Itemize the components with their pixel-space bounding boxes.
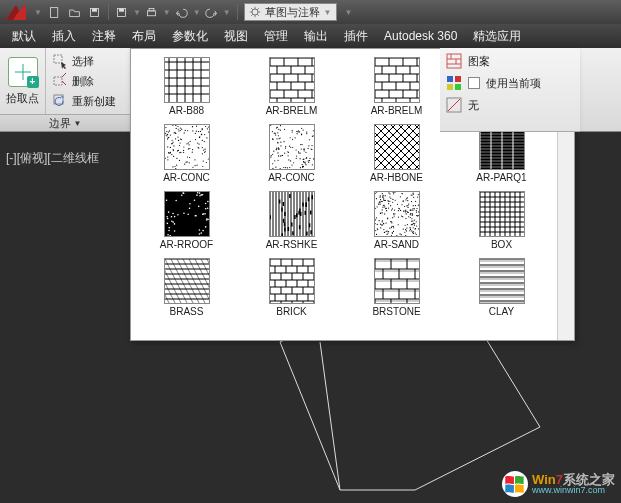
svg-point-579 bbox=[384, 213, 385, 214]
svg-point-175 bbox=[187, 148, 188, 149]
hatch-swatch-box[interactable]: BOX bbox=[450, 189, 553, 252]
workspace-selector[interactable]: 草图与注释 ▼ bbox=[244, 3, 337, 21]
svg-point-626 bbox=[375, 230, 376, 231]
svg-point-200 bbox=[173, 156, 174, 157]
menu-1[interactable]: 插入 bbox=[44, 24, 84, 48]
svg-point-290 bbox=[299, 167, 300, 168]
hatch-swatch-clay[interactable]: CLAY bbox=[450, 256, 553, 319]
hatch-swatch-ar-rshke[interactable]: AR-RSHKE bbox=[240, 189, 343, 252]
swatch-preview bbox=[374, 191, 420, 237]
none-button[interactable]: 无 bbox=[446, 97, 574, 113]
svg-point-605 bbox=[383, 229, 384, 230]
svg-point-648 bbox=[396, 204, 397, 205]
hatch-swatch-ar-conc[interactable]: AR-CONC bbox=[240, 122, 343, 185]
watermark-logo-icon bbox=[502, 471, 528, 497]
svg-point-430 bbox=[172, 221, 174, 223]
svg-point-609 bbox=[379, 201, 380, 202]
hatch-swatch-ar-b88[interactable]: AR-B88 bbox=[135, 55, 238, 118]
svg-point-317 bbox=[308, 145, 309, 146]
saveas-icon[interactable] bbox=[113, 3, 131, 21]
svg-point-276 bbox=[272, 168, 273, 169]
svg-point-226 bbox=[177, 126, 178, 127]
new-icon[interactable] bbox=[46, 3, 64, 21]
boundary-panel-title[interactable]: 边界▼ bbox=[0, 114, 130, 131]
qat-more-chevron-icon[interactable]: ▼ bbox=[345, 8, 353, 17]
svg-point-197 bbox=[208, 132, 209, 133]
svg-rect-11 bbox=[54, 77, 62, 85]
svg-point-570 bbox=[375, 198, 376, 199]
saveas-chevron-icon[interactable]: ▼ bbox=[133, 8, 141, 17]
svg-point-557 bbox=[389, 193, 390, 194]
svg-point-523 bbox=[410, 213, 411, 214]
undo-icon[interactable] bbox=[173, 3, 191, 21]
svg-rect-10 bbox=[54, 55, 62, 63]
menu-10[interactable]: 精选应用 bbox=[465, 24, 529, 48]
svg-point-330 bbox=[278, 149, 279, 150]
menu-6[interactable]: 管理 bbox=[256, 24, 296, 48]
hatch-swatch-brick[interactable]: BRICK bbox=[240, 256, 343, 319]
hatch-swatch-ar-rroof[interactable]: AR-RROOF bbox=[135, 189, 238, 252]
svg-point-131 bbox=[182, 152, 183, 153]
svg-point-353 bbox=[279, 137, 280, 138]
menu-9[interactable]: Autodesk 360 bbox=[376, 24, 465, 48]
svg-point-693 bbox=[382, 199, 383, 200]
pickpoint-button[interactable]: + 拾取点 bbox=[0, 48, 46, 114]
plot-icon[interactable] bbox=[143, 3, 161, 21]
svg-point-427 bbox=[204, 213, 206, 215]
svg-point-668 bbox=[391, 221, 392, 222]
select-button[interactable]: 选择 bbox=[52, 52, 116, 70]
svg-point-551 bbox=[413, 197, 414, 198]
menu-0[interactable]: 默认 bbox=[4, 24, 44, 48]
svg-point-351 bbox=[276, 148, 277, 149]
plot-chevron-icon[interactable]: ▼ bbox=[163, 8, 171, 17]
hatch-swatch-ar-conc[interactable]: AR-CONC bbox=[135, 122, 238, 185]
hatch-swatch-ar-brelm[interactable]: AR-BRELM bbox=[240, 55, 343, 118]
svg-point-574 bbox=[383, 197, 384, 198]
menu-3[interactable]: 布局 bbox=[124, 24, 164, 48]
redo-icon[interactable] bbox=[203, 3, 221, 21]
app-menu-chevron-icon[interactable]: ▼ bbox=[34, 8, 42, 17]
swatch-label: AR-BRELM bbox=[266, 105, 318, 116]
hatch-swatch-ar-sand[interactable]: AR-SAND bbox=[345, 189, 448, 252]
hatch-swatch-ar-brelm[interactable]: AR-BRELM bbox=[345, 55, 448, 118]
save-icon[interactable] bbox=[86, 3, 104, 21]
svg-point-120 bbox=[204, 134, 205, 135]
redo-chevron-icon[interactable]: ▼ bbox=[223, 8, 231, 17]
svg-point-138 bbox=[175, 125, 176, 126]
delete-button[interactable]: 删除 bbox=[52, 72, 116, 90]
svg-point-525 bbox=[415, 225, 416, 226]
use-current-checkbox[interactable]: 使用当前项 bbox=[446, 75, 574, 91]
svg-point-597 bbox=[414, 205, 415, 206]
menu-8[interactable]: 插件 bbox=[336, 24, 376, 48]
svg-point-238 bbox=[297, 131, 298, 132]
svg-point-233 bbox=[176, 165, 177, 166]
svg-point-334 bbox=[311, 145, 312, 146]
hatch-swatch-brstone[interactable]: BRSTONE bbox=[345, 256, 448, 319]
undo-chevron-icon[interactable]: ▼ bbox=[193, 8, 201, 17]
app-logo[interactable] bbox=[4, 2, 30, 22]
svg-point-230 bbox=[195, 126, 196, 127]
pattern-button[interactable]: 图案 bbox=[446, 53, 574, 69]
open-icon[interactable] bbox=[66, 3, 84, 21]
hatch-swatch-brass[interactable]: BRASS bbox=[135, 256, 238, 319]
svg-point-660 bbox=[376, 206, 377, 207]
menu-5[interactable]: 视图 bbox=[216, 24, 256, 48]
hatch-swatch-ar-hbone[interactable]: AR-HBONE bbox=[345, 122, 448, 185]
svg-point-326 bbox=[272, 163, 273, 164]
svg-point-170 bbox=[177, 140, 178, 141]
svg-point-331 bbox=[299, 158, 300, 159]
svg-point-298 bbox=[283, 167, 284, 168]
menu-7[interactable]: 输出 bbox=[296, 24, 336, 48]
menu-4[interactable]: 参数化 bbox=[164, 24, 216, 48]
menu-2[interactable]: 注释 bbox=[84, 24, 124, 48]
swatch-preview bbox=[164, 258, 210, 304]
svg-point-529 bbox=[401, 204, 402, 205]
svg-point-612 bbox=[387, 218, 388, 219]
svg-point-321 bbox=[280, 145, 281, 146]
svg-point-689 bbox=[375, 223, 376, 224]
svg-rect-4 bbox=[119, 8, 124, 11]
svg-point-560 bbox=[391, 208, 392, 209]
svg-point-514 bbox=[384, 195, 385, 196]
svg-point-192 bbox=[197, 131, 198, 132]
recreate-button[interactable]: 重新创建 bbox=[52, 92, 116, 110]
